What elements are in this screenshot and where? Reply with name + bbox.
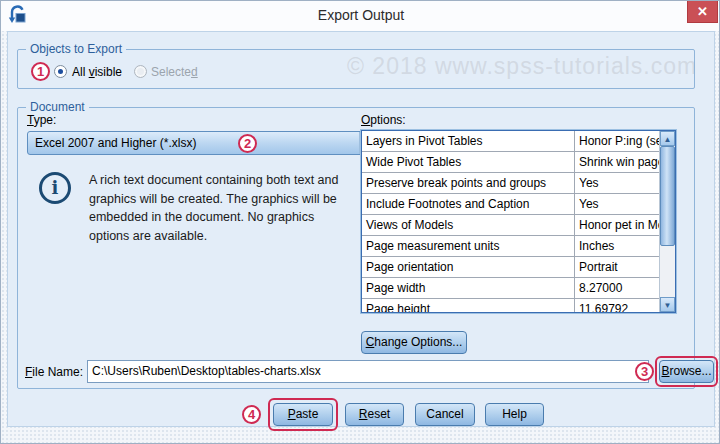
table-row[interactable]: Include Footnotes and Caption Yes [362,194,659,215]
option-value: Yes [575,173,659,193]
all-visible-radio-label[interactable]: All visible [72,65,122,79]
option-value: 8.27000 [575,278,659,298]
document-group-label: Document [26,100,89,114]
table-row[interactable]: Wide Pivot Tables Shrink win page m... [362,152,659,173]
annotation-circle-4: 4 [242,405,261,424]
file-name-input[interactable]: C:\Users\Ruben\Desktop\tables-charts.xls… [87,360,649,383]
option-setting: Views of Models [362,215,575,235]
options-table[interactable]: Layers in Pivot Tables Honor P:ing (set … [361,130,676,313]
scrollbar-thumb[interactable] [660,146,675,246]
type-dropdown-value: Excel 2007 and Higher (*.xlsx) [35,132,196,154]
option-setting: Page height [362,299,575,313]
option-setting: Page measurement units [362,236,575,256]
option-setting: Preserve break points and groups [362,173,575,193]
option-value: Inches [575,236,659,256]
option-setting: Include Footnotes and Caption [362,194,575,214]
reset-button[interactable]: Reset [345,403,404,426]
annotation-circle-3: 3 [635,362,654,381]
cancel-button[interactable]: Cancel [415,403,475,426]
annotation-circle-1: 1 [31,62,50,81]
option-setting: Layers in Pivot Tables [362,131,575,151]
selected-radio[interactable] [134,65,147,78]
table-row[interactable]: Page width 8.27000 [362,278,659,299]
selected-radio-label: Selected [151,65,198,79]
title-bar[interactable]: Export Output ✕ [1,1,720,31]
scroll-up-icon[interactable]: ▲ [660,131,675,146]
document-info-text: A rich text document containing both tex… [89,171,349,245]
change-options-button[interactable]: Change Options... [361,331,467,354]
table-row[interactable]: Page height 11.69792 [362,299,659,313]
table-row[interactable]: Preserve break points and groups Yes [362,173,659,194]
table-row[interactable]: Page measurement units Inches [362,236,659,257]
info-icon: i [39,172,71,204]
table-row[interactable]: Layers in Pivot Tables Honor P:ing (set … [362,131,659,152]
option-setting: Page width [362,278,575,298]
browse-button[interactable]: Browse... [659,360,714,383]
option-value: Yes [575,194,659,214]
options-label: Options: [361,113,406,127]
table-row[interactable]: Views of Models Honor pet in Model ... [362,215,659,236]
option-setting: Wide Pivot Tables [362,152,575,172]
export-output-dialog: Export Output ✕ © 2018 www.spss-tutorial… [0,0,720,444]
paste-button[interactable]: Paste [273,403,333,426]
close-button[interactable]: ✕ [687,1,718,23]
option-setting: Page orientation [362,257,575,277]
option-value: Honor P:ing (set in ... [575,131,659,151]
option-value: Shrink win page m... [575,152,659,172]
file-name-label: File Name: [25,365,83,379]
window-title: Export Output [1,1,720,29]
option-value: Portrait [575,257,659,277]
all-visible-radio[interactable] [54,65,67,78]
option-value: Honor pet in Model ... [575,215,659,235]
type-label: Type: [27,113,56,127]
scroll-down-icon[interactable]: ▼ [660,297,675,312]
table-row[interactable]: Page orientation Portrait [362,257,659,278]
annotation-circle-2: 2 [238,134,257,153]
objects-to-export-group-label: Objects to Export [26,42,126,56]
help-button[interactable]: Help [485,403,544,426]
option-value: 11.69792 [575,299,659,313]
options-scrollbar[interactable]: ▲ ▼ [659,131,675,312]
type-dropdown[interactable]: Excel 2007 and Higher (*.xlsx) ▼ [27,131,383,155]
